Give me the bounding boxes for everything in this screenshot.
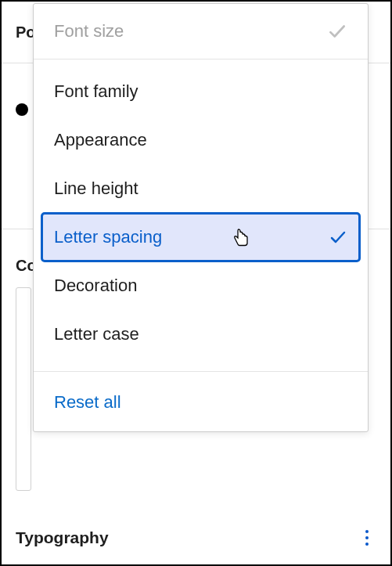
- reset-all-button[interactable]: Reset all: [34, 377, 368, 431]
- option-label: Line height: [54, 178, 138, 199]
- option-letter-spacing[interactable]: Letter spacing: [41, 213, 360, 261]
- option-letter-case[interactable]: Letter case: [41, 310, 360, 359]
- popover-header: Font size: [34, 4, 368, 59]
- dots-vertical-icon: [365, 530, 369, 533]
- reset-all-label: Reset all: [54, 392, 121, 412]
- option-line-height[interactable]: Line height: [41, 164, 360, 213]
- check-icon: [327, 21, 347, 41]
- font-size-option-disabled: Font size: [54, 21, 124, 41]
- more-options-button[interactable]: [358, 524, 376, 552]
- divider: [34, 371, 368, 372]
- check-icon: [329, 228, 347, 247]
- bg-input-partial: [16, 287, 31, 491]
- option-label: Decoration: [54, 276, 137, 296]
- cursor-pointer-icon: [233, 229, 250, 247]
- option-label: Font family: [54, 81, 138, 102]
- option-label: Appearance: [54, 130, 147, 150]
- typography-section-header: Typography: [2, 511, 390, 564]
- option-label: Letter spacing: [54, 227, 162, 247]
- option-label: Letter case: [54, 324, 139, 344]
- option-font-family[interactable]: Font family: [41, 67, 360, 116]
- typography-title: Typography: [16, 528, 109, 547]
- color-swatch: [16, 103, 28, 116]
- option-decoration[interactable]: Decoration: [41, 261, 360, 310]
- options-list: Font family Appearance Line height Lette…: [34, 59, 368, 366]
- typography-options-popover: Font size Font family Appearance Line he…: [33, 3, 369, 432]
- option-appearance[interactable]: Appearance: [41, 116, 360, 164]
